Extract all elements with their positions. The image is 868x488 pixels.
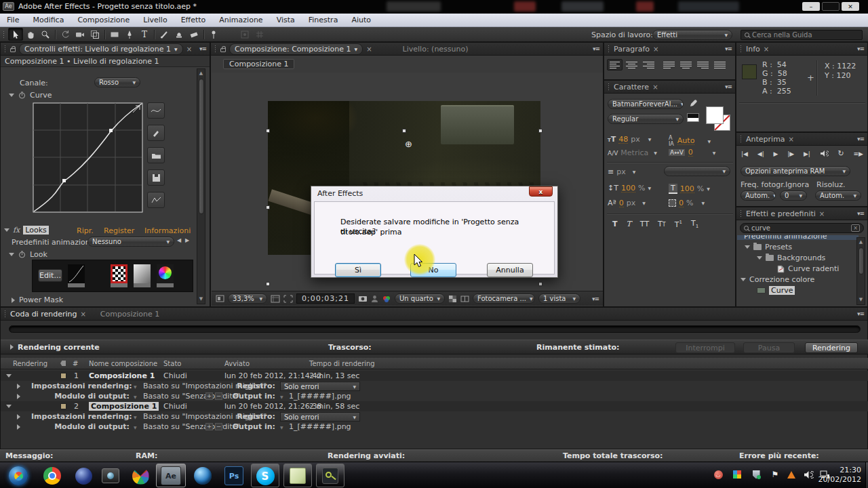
audio-icon[interactable] (820, 150, 829, 157)
vertical-scale-value[interactable]: 100 (621, 184, 635, 192)
tree-item-color-correction[interactable]: Correzione colore (741, 275, 814, 284)
taskbar-notes-app[interactable] (283, 464, 312, 487)
taskbar-skype[interactable]: S (251, 464, 279, 487)
baseline-shift-value[interactable]: 0 (619, 199, 624, 207)
ram-preview-options-dropdown[interactable]: Opzioni anteprima RAM (741, 166, 850, 176)
taskbar-pinwheel-app[interactable] (130, 466, 151, 486)
add-output-icon[interactable]: + (205, 392, 213, 400)
help-search-input[interactable] (752, 31, 859, 39)
black-white-swatch[interactable] (687, 113, 699, 122)
dialog-cancel-button[interactable]: Annulla (487, 263, 533, 277)
tree-item-curve-radenti[interactable]: Curve radenti (777, 264, 839, 273)
tab-effects-presets[interactable]: Effetti e predefiniti (746, 209, 816, 218)
tab-composition-1[interactable]: Composizione 1 (100, 310, 159, 319)
pen-tool[interactable] (122, 28, 137, 41)
dialog-close-button[interactable]: x (529, 186, 553, 197)
curves-graph[interactable] (33, 102, 143, 213)
faux-bold-button[interactable]: T (612, 220, 618, 228)
curve-pencil-button[interactable] (147, 125, 165, 141)
expander-closed-icon[interactable] (17, 414, 20, 420)
look-thumbnail-curve[interactable] (67, 264, 85, 288)
menu-modifica[interactable]: Modifica (26, 14, 71, 26)
chevron-down-icon[interactable]: ▼ (642, 201, 646, 205)
close-button[interactable]: ✕ (842, 2, 859, 11)
expander-open-icon[interactable] (4, 228, 9, 232)
chevron-down-icon[interactable]: ▼ (134, 415, 137, 420)
show-desktop-button[interactable] (865, 462, 868, 488)
selection-handle[interactable] (402, 129, 406, 133)
lock-icon[interactable] (220, 48, 226, 52)
always-preview-icon[interactable] (216, 295, 224, 302)
scroll-up-icon[interactable]: ▲ (197, 70, 205, 77)
tray-volume-icon[interactable] (803, 470, 814, 479)
timecode-display[interactable]: 0;00;03;21 (296, 293, 355, 304)
panel-menu-icon[interactable]: ▾≡ (857, 310, 864, 317)
label-color-swatch[interactable] (60, 373, 66, 379)
tab-render-queue[interactable]: Coda di rendering (10, 310, 77, 319)
effect-controls-scrollbar[interactable]: ▲ ▼ (197, 68, 205, 304)
tab-preview[interactable]: Anteprima (746, 135, 785, 144)
queue-item-row[interactable]: 1 Composizione 1 Chiudi lun 20 feb 2012,… (1, 371, 868, 381)
preview-resolution-dropdown[interactable]: Autom. (815, 190, 861, 201)
close-tab-icon[interactable]: × (764, 45, 769, 53)
help-search-box[interactable] (741, 30, 863, 40)
loop-icon[interactable]: ↻ (837, 149, 844, 158)
safe-margins-icon[interactable] (271, 295, 280, 303)
output-to-value[interactable]: 1_[#####].png (289, 422, 351, 431)
looks-effect-row[interactable]: fx Looks (4, 226, 49, 235)
mask-shape-tool[interactable] (107, 28, 122, 41)
fps-dropdown[interactable]: Autom. (741, 190, 776, 201)
justify-all-button[interactable] (712, 59, 728, 70)
maximize-button[interactable] (822, 2, 840, 11)
subscript-button[interactable]: T1 (691, 219, 698, 229)
tree-item-backgrounds[interactable]: Backgrounds (757, 253, 825, 262)
looks-register-link[interactable]: Register (104, 226, 134, 235)
selection-tool[interactable] (8, 28, 23, 41)
look-property-row[interactable]: Look (9, 250, 47, 259)
col-render-time[interactable]: Tempo di rendering (309, 360, 375, 367)
rotate-tool[interactable] (58, 28, 73, 41)
chevron-down-icon[interactable]: ▼ (648, 186, 651, 190)
menu-animazione[interactable]: Animazione (212, 14, 269, 26)
curve-property-row[interactable]: Curve (9, 91, 52, 100)
pixel-correction-icon[interactable]: ▾≡ (592, 296, 599, 302)
justify-last-center-button[interactable] (678, 59, 694, 70)
chevron-down-icon[interactable]: ▼ (654, 150, 657, 155)
panel-menu-icon[interactable]: ▾≡ (857, 45, 864, 52)
effects-tree-scrollbar[interactable]: ▲ ▼ (856, 237, 865, 305)
transparency-grid-icon[interactable] (448, 295, 457, 303)
scroll-down-icon[interactable]: ▼ (197, 296, 205, 303)
stop-button[interactable]: Interrompi (675, 342, 735, 353)
looks-ripr-link[interactable]: Ripr. (77, 226, 94, 235)
clear-search-icon[interactable]: × (851, 224, 860, 232)
stopwatch-icon[interactable] (18, 251, 26, 258)
font-family-dropdown[interactable]: BatmanForeverAl... (608, 99, 684, 109)
tray-vlc-icon[interactable] (787, 470, 796, 479)
taskbar-sphere-app[interactable] (73, 466, 94, 486)
tab-character[interactable]: Carattere (614, 83, 649, 92)
tab-composition[interactable]: Composizione: Composizione 1 ▼ (229, 43, 363, 55)
label-color-swatch[interactable] (60, 403, 66, 409)
region-of-interest-icon[interactable] (283, 295, 293, 303)
tray-utorrent-icon[interactable]: ◡ (713, 470, 723, 479)
clone-stamp-tool[interactable] (172, 28, 186, 41)
expander-open-icon[interactable] (9, 253, 14, 256)
close-tab-icon[interactable]: × (366, 45, 372, 53)
menu-composizione[interactable]: Composizione (71, 14, 136, 26)
show-channel-icon[interactable] (382, 295, 391, 303)
play-icon[interactable]: ▶ (774, 150, 778, 157)
close-tab-icon[interactable]: × (652, 83, 658, 91)
zoom-tool[interactable] (38, 28, 53, 41)
chevron-down-icon[interactable]: ▼ (633, 169, 636, 174)
magnification-dropdown[interactable]: 33,3% (228, 293, 267, 304)
tree-item-curve-effect[interactable]: Curve (757, 286, 795, 295)
look-thumbnail-gradient[interactable] (133, 264, 151, 288)
menu-vista[interactable]: Vista (270, 14, 302, 26)
anchor-point-icon[interactable]: ⊕ (405, 139, 412, 149)
item-comp-name-selected[interactable]: Composizione 1 (89, 402, 159, 411)
expander-closed-icon[interactable] (17, 394, 20, 399)
curve-smooth-button[interactable] (147, 102, 165, 119)
horizontal-scale-value[interactable]: 100 (680, 185, 694, 193)
kerning-value[interactable]: Auto (677, 137, 695, 145)
expander-open-icon[interactable] (6, 374, 12, 378)
